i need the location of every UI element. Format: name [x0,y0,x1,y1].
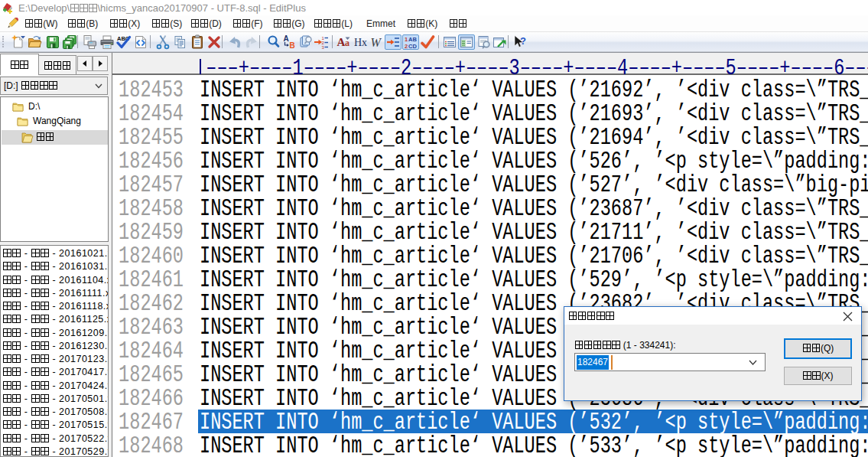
svg-text:AB: AB [408,36,417,43]
svg-text:B: B [290,41,295,50]
svg-text:?: ? [520,35,526,47]
svg-text:3: 3 [321,45,324,50]
svg-text:Hx: Hx [354,37,367,48]
svg-text:1: 1 [405,36,408,43]
svg-text:A: A [337,36,346,48]
svg-text:2: 2 [405,43,408,50]
svg-text:CD: CD [408,43,417,50]
svg-text:W: W [370,36,382,49]
svg-text:A: A [284,34,289,43]
